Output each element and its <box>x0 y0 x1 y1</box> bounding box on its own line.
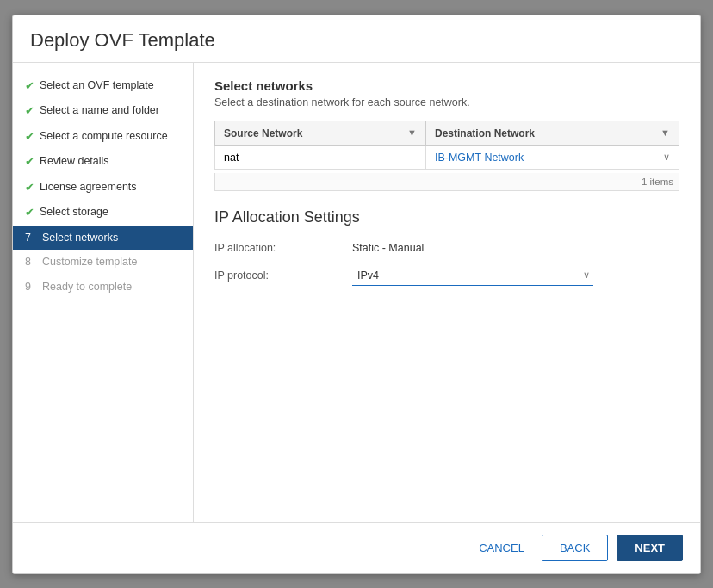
sidebar-step4-label: Review details <box>40 153 109 170</box>
ip-protocol-row: IP protocol: IPv4 ∨ <box>214 266 679 286</box>
next-button[interactable]: NEXT <box>617 535 683 561</box>
dropdown-arrow-icon: ∨ <box>663 152 670 163</box>
source-network-cell: nat <box>215 145 426 169</box>
dialog-footer: CANCEL BACK NEXT <box>13 522 700 573</box>
sidebar-step1-label: Select an OVF template <box>40 77 154 94</box>
sidebar-step7-label: Select networks <box>42 230 118 246</box>
ip-protocol-dropdown[interactable]: IPv4 ∨ <box>352 266 593 286</box>
sidebar-item-step4: ✔ Review details <box>13 149 193 175</box>
network-table: Source Network ▼ Destination Network ▼ n… <box>214 121 679 170</box>
source-network-header: Source Network ▼ <box>215 121 426 145</box>
sidebar-item-step3: ✔ Select a compute resource <box>13 124 193 150</box>
step7-num: 7 <box>25 230 37 246</box>
check-icon: ✔ <box>25 153 34 170</box>
sidebar: ✔ Select an OVF template ✔ Select a name… <box>13 63 194 522</box>
destination-network-header: Destination Network ▼ <box>425 121 679 145</box>
check-icon: ✔ <box>25 179 34 196</box>
ip-protocol-label: IP protocol: <box>214 269 352 282</box>
sidebar-item-step2: ✔ Select a name and folder <box>13 98 193 124</box>
ip-allocation-value: Static - Manual <box>352 242 424 254</box>
ip-allocation-label: IP allocation: <box>214 242 352 254</box>
back-button[interactable]: BACK <box>542 535 608 561</box>
step8-num: 8 <box>25 254 37 270</box>
sidebar-item-step7[interactable]: 7 Select networks <box>13 226 193 251</box>
filter-icon[interactable]: ▼ <box>407 127 417 138</box>
main-content: Select networks Select a destination net… <box>194 63 700 522</box>
cancel-button[interactable]: CANCEL <box>470 535 533 560</box>
sidebar-item-step9: 9 Ready to complete <box>13 275 193 300</box>
dialog-body: ✔ Select an OVF template ✔ Select a name… <box>13 63 700 522</box>
destination-value: IB-MGMT Network <box>435 152 524 164</box>
check-icon: ✔ <box>25 77 34 95</box>
sidebar-step5-label: License agreements <box>40 179 137 195</box>
sidebar-step2-label: Select a name and folder <box>40 102 159 119</box>
ip-protocol-value: IPv4 <box>357 269 379 282</box>
sidebar-step3-label: Select a compute resource <box>40 128 168 145</box>
table-row: nat IB-MGMT Network ∨ <box>215 145 679 169</box>
sidebar-item-step1: ✔ Select an OVF template <box>13 73 193 99</box>
dialog-title: Deploy OVF Template <box>30 29 683 52</box>
check-icon: ✔ <box>25 128 34 145</box>
step9-num: 9 <box>25 279 37 295</box>
sidebar-step8-label: Customize template <box>42 254 137 270</box>
section-subtitle: Select a destination network for each so… <box>214 96 679 108</box>
filter-icon[interactable]: ▼ <box>660 127 670 138</box>
sidebar-step9-label: Ready to complete <box>42 279 132 295</box>
ip-allocation-row: IP allocation: Static - Manual <box>214 242 679 254</box>
dialog-header: Deploy OVF Template <box>13 15 700 63</box>
sidebar-item-step5: ✔ License agreements <box>13 175 193 201</box>
check-icon: ✔ <box>25 204 34 221</box>
deploy-ovf-dialog: Deploy OVF Template ✔ Select an OVF temp… <box>12 15 701 574</box>
sidebar-step6-label: Select storage <box>40 204 108 220</box>
check-icon: ✔ <box>25 102 34 120</box>
table-footer: 1 items <box>214 173 679 191</box>
ip-protocol-dropdown-arrow-icon: ∨ <box>583 269 590 281</box>
ip-section-title: IP Allocation Settings <box>214 208 679 226</box>
sidebar-item-step8: 8 Customize template <box>13 250 193 275</box>
section-title: Select networks <box>214 78 679 93</box>
destination-network-cell[interactable]: IB-MGMT Network ∨ <box>425 145 679 169</box>
sidebar-item-step6: ✔ Select storage <box>13 200 193 226</box>
